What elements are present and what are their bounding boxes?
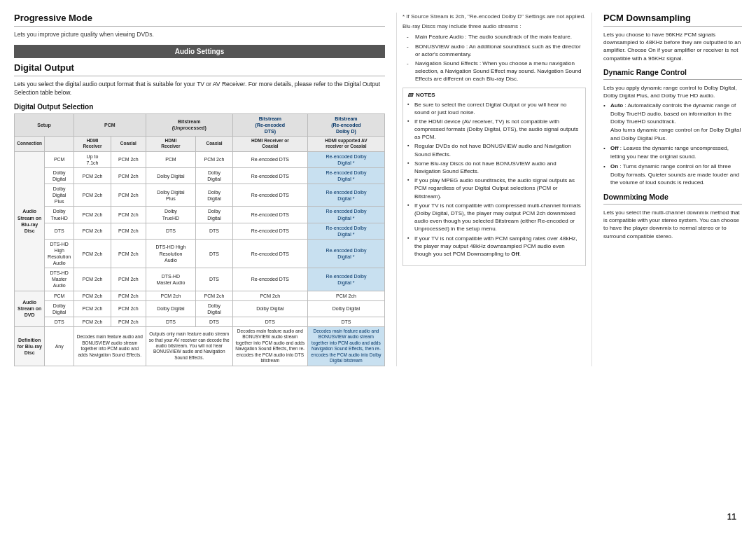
dynamic-range-title: Dynamic Range Control [603, 68, 742, 76]
sub-hdmi-coaxial: HDMI Receiver orCoaxial [232, 136, 307, 151]
bd-ddplus-dts: Re-encoded DTS [232, 184, 307, 207]
dvd-dts-label: DTS [45, 317, 74, 326]
bd-dd-coax: PCM 2ch [111, 168, 146, 184]
stream-item-3: Navigation Sound Effects : When you choo… [407, 60, 586, 83]
bd-dtsmaster-coax2: DTS [196, 268, 233, 291]
definition-label: Definitionfor Blu-rayDisc [15, 326, 45, 366]
bd-dts-hdmi2: DTS [146, 223, 196, 239]
pcm-description: Lets you choose to have 96KHz PCM signal… [603, 31, 742, 62]
star-note: * If Source Stream is 2ch, "Re-encoded D… [402, 13, 586, 20]
def-any-dts: Decodes main feature audio and BONUSVIEW… [232, 326, 307, 366]
bd-dts-coax2: DTS [196, 223, 233, 239]
bd-truehd-coax: PCM 2ch [111, 207, 146, 223]
def-any-dolby: Decodes main feature audio and BONUSVIEW… [307, 326, 384, 366]
dvd-dts-coax: PCM 2ch [111, 317, 146, 326]
bd-ddplus-coax2: DolbyDigital [196, 184, 233, 207]
dynamic-bullet-3: On : Turns dynamic range control on for … [603, 162, 742, 187]
bd-dts-dolby: Re-encoded DolbyDigital * [307, 223, 384, 239]
bd-dtshd-label: DTS-HD HighResolutionAudio [45, 239, 74, 268]
dvd-dts-hdmi: PCM 2ch [74, 317, 111, 326]
dvd-dd-dolby: Dolby Digital [307, 300, 384, 317]
sub-coaxial2: Coaxial [196, 136, 233, 151]
dvd-pcm-hdmi: PCM 2ch [74, 291, 111, 300]
notes-title: ✉ NOTES [407, 92, 581, 99]
bd-ddplus-hdmi2: Dolby DigitalPlus [146, 184, 196, 207]
col-bitstream-dolby: Bitstream(Re-encodedDolby D) [307, 113, 384, 136]
dvd-pcm-coax2: PCM 2ch [196, 291, 233, 300]
sub-connection: Connection [15, 136, 45, 151]
middle-column: * If Source Stream is 2ch, "Re-encoded D… [396, 13, 592, 366]
sub-hdmi-receiver: HDMIReceiver [74, 136, 111, 151]
downmix-title: Downmixing Mode [603, 193, 742, 201]
dvd-dts-coax2: DTS [196, 317, 233, 326]
dvd-pcm-dts: PCM 2ch [232, 291, 307, 300]
streams-list: Main Feature Audio : The audio soundtrac… [407, 33, 586, 83]
digital-output-description: Lets you select the digital audio output… [14, 81, 385, 97]
col-bitstream-unprocessed: Bitstream(Unprocessed) [146, 113, 232, 136]
dynamic-range-section: Dynamic Range Control Lets you apply dyn… [603, 68, 742, 187]
note-3: Regular DVDs do not have BONUSVIEW audio… [407, 142, 581, 158]
selection-title: Digital Output Selection [14, 103, 385, 111]
right-column: PCM Downsampling Lets you choose to have… [603, 13, 742, 366]
dvd-stream-label: AudioStream onDVD [15, 291, 45, 326]
dvd-dd-coax2: DolbyDigital [196, 300, 233, 317]
stream-item-1: Main Feature Audio : The audio soundtrac… [407, 33, 586, 41]
notes-icon: ✉ [407, 92, 413, 99]
dynamic-bullet-1: Auto : Automatically controls the dynami… [603, 102, 742, 142]
dvd-dd-hdmi2: Dolby Digital [146, 300, 196, 317]
downmixing-section: Downmixing Mode Lets you select the mult… [603, 193, 742, 240]
progressive-description: Lets you improve picture quality when vi… [14, 31, 385, 39]
bd-dts-dts: Re-encoded DTS [232, 223, 307, 239]
bd-dtshd-dts: Re-encoded DTS [232, 239, 307, 268]
bd-pcm-coax: PCM 2ch [111, 151, 146, 167]
bd-dtsmaster-dts: Re-encoded DTS [232, 268, 307, 291]
sub-coaxial: Coaxial [111, 136, 146, 151]
note-7: If your TV is not compatible with PCM sa… [407, 235, 581, 258]
bd-ddplus-dolby: Re-encoded DolbyDigital * [307, 184, 384, 207]
note-1: Be sure to select the correct Digital Ou… [407, 101, 581, 116]
dynamic-bullet-2: Off : Leaves the dynamic range uncompres… [603, 144, 742, 160]
bd-pcm-coax2: PCM 2ch [196, 151, 233, 167]
bluray-note: Blu-ray Discs may include three audio st… [402, 22, 586, 30]
note-5: If you play MPEG audio soundtracks, the … [407, 176, 581, 200]
bd-dts-label: DTS [45, 223, 74, 239]
bd-dts-coax: PCM 2ch [111, 223, 146, 239]
col-setup: Setup [15, 113, 74, 136]
bd-pcm-hdmi2: PCM [146, 151, 196, 167]
bd-ddplus-hdmi: PCM 2ch [74, 184, 111, 207]
bd-dd-dolby: Re-encoded DolbyDigital * [307, 168, 384, 184]
dvd-pcm-coax: PCM 2ch [111, 291, 146, 300]
bd-dd-dts: Re-encoded DTS [232, 168, 307, 184]
bd-pcm-dolby: Re-encoded DolbyDigital * [307, 151, 384, 167]
audio-settings-bar: Audio Settings [14, 45, 385, 58]
dvd-dts-hdmi2: DTS [146, 317, 196, 326]
dvd-dd-coax: PCM 2ch [111, 300, 146, 317]
bd-pcm-dts: Re-encoded DTS [232, 151, 307, 167]
bd-dtsmaster-hdmi2: DTS-HDMaster Audio [146, 268, 196, 291]
bd-dd-coax2: DolbyDigital [196, 168, 233, 184]
bd-truehd-hdmi2: DolbyTrueHD [146, 207, 196, 223]
bd-truehd-coax2: DolbyDigital [196, 207, 233, 223]
bd-dd-hdmi: PCM 2ch [74, 168, 111, 184]
bd-truehd-hdmi: PCM 2ch [74, 207, 111, 223]
bd-dtshd-hdmi: PCM 2ch [74, 239, 111, 268]
dvd-dd-dts: Dolby Digital [232, 300, 307, 317]
dvd-dd-label: Dolby Digital [45, 300, 74, 317]
notes-section: ✉ NOTES Be sure to select the correct Di… [402, 88, 586, 267]
dvd-pcm-label: PCM [45, 291, 74, 300]
bd-dtsmaster-label: DTS-HDMaster Audio [45, 268, 74, 291]
progressive-mode-title: Progressive Mode [14, 13, 385, 23]
bd-pcm-hdmi: Up to7.1ch [74, 151, 111, 167]
stream-item-2: BONUSVIEW audio : An additional soundtra… [407, 43, 586, 58]
bd-dts-hdmi: PCM 2ch [74, 223, 111, 239]
bd-dtshd-coax2: DTS [196, 239, 233, 268]
dvd-dts-dolby: DTS [307, 317, 384, 326]
note-2: If the HDMI device (AV receiver, TV) is … [407, 118, 581, 141]
bd-dtshd-dolby: Re-encoded DolbyDigital * [307, 239, 384, 268]
bd-dd-hdmi2: Dolby Digital [146, 168, 196, 184]
sub-empty [45, 136, 74, 151]
dvd-pcm-hdmi2: PCM 2ch [146, 291, 196, 300]
bluray-stream-label: AudioStream onBlu-ray Disc [15, 151, 45, 291]
bd-truehd-dolby: Re-encoded DolbyDigital * [307, 207, 384, 223]
dvd-dd-hdmi: PCM 2ch [74, 300, 111, 317]
